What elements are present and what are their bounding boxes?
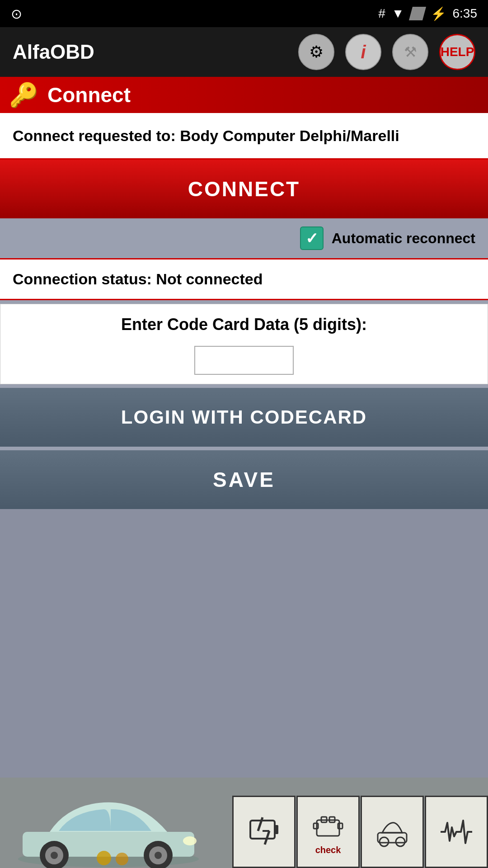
svg-rect-16 bbox=[317, 820, 339, 836]
record-icon: ⊙ bbox=[11, 6, 22, 22]
code-card-label: Enter Code Card Data (5 digits): bbox=[0, 304, 488, 341]
check-label: check bbox=[315, 845, 341, 855]
car-illustration bbox=[0, 778, 217, 868]
connect-info-box: Connect requested to: Body Computer Delp… bbox=[0, 113, 488, 160]
app-title: AlfaOBD bbox=[13, 41, 287, 63]
code-card-input[interactable] bbox=[194, 346, 294, 375]
key-icon: 🔑 bbox=[9, 81, 38, 109]
status-bar-left: ⊙ bbox=[11, 6, 22, 22]
status-bar-right: # ▼ ⚡ 6:35 bbox=[378, 6, 477, 21]
bottom-icon-bar: check bbox=[231, 796, 488, 868]
connect-requested-text: Connect requested to: Body Computer Delp… bbox=[13, 127, 399, 144]
svg-point-8 bbox=[183, 836, 197, 845]
connection-status-text: Connection status: Not connected bbox=[13, 270, 263, 288]
connection-status-box: Connection status: Not connected bbox=[0, 258, 488, 300]
svg-point-9 bbox=[97, 851, 111, 865]
help-icon[interactable]: HELP bbox=[439, 34, 475, 70]
hash-icon: # bbox=[378, 6, 385, 21]
tools-icon[interactable]: ⚒ bbox=[392, 34, 428, 70]
code-input-row bbox=[0, 341, 488, 384]
flash-icon: ⚡ bbox=[431, 6, 446, 21]
svg-rect-11 bbox=[250, 821, 275, 839]
app-header: AlfaOBD ⚙ i ⚒ HELP bbox=[0, 27, 488, 77]
svg-point-23 bbox=[396, 837, 405, 846]
auto-reconnect-checkbox[interactable] bbox=[300, 226, 324, 250]
info-icon[interactable]: i bbox=[345, 34, 381, 70]
wifi-icon: ▼ bbox=[392, 6, 404, 21]
svg-point-7 bbox=[155, 852, 162, 859]
reconnect-row: Automatic reconnect bbox=[0, 218, 488, 258]
connect-button[interactable]: CONNECT bbox=[0, 160, 488, 218]
battery-tab-icon[interactable] bbox=[232, 796, 296, 868]
connect-header-title: Connect bbox=[47, 83, 131, 107]
car-tab-icon[interactable] bbox=[361, 796, 424, 868]
settings-icon[interactable]: ⚙ bbox=[298, 34, 334, 70]
waveform-tab-icon[interactable] bbox=[425, 796, 488, 868]
auto-reconnect-label: Automatic reconnect bbox=[332, 230, 475, 247]
check-tab-icon[interactable]: check bbox=[296, 796, 360, 868]
content-area: Connect requested to: Body Computer Delp… bbox=[0, 113, 488, 509]
code-card-section: Enter Code Card Data (5 digits): bbox=[0, 304, 488, 384]
save-button[interactable]: SAVE bbox=[0, 450, 488, 509]
signal-icon bbox=[408, 7, 426, 20]
svg-rect-19 bbox=[314, 823, 318, 829]
time-display: 6:35 bbox=[453, 6, 478, 21]
connect-section-header: 🔑 Connect bbox=[0, 77, 488, 113]
login-codecard-button[interactable]: LOGIN WITH CODECARD bbox=[0, 388, 488, 447]
svg-rect-12 bbox=[275, 825, 278, 834]
svg-line-13 bbox=[258, 817, 263, 831]
bottom-area: check bbox=[0, 778, 488, 868]
status-bar: ⊙ # ▼ ⚡ 6:35 bbox=[0, 0, 488, 27]
svg-rect-20 bbox=[338, 823, 343, 829]
svg-point-22 bbox=[380, 837, 389, 846]
svg-point-4 bbox=[51, 852, 58, 859]
svg-point-10 bbox=[116, 853, 128, 865]
